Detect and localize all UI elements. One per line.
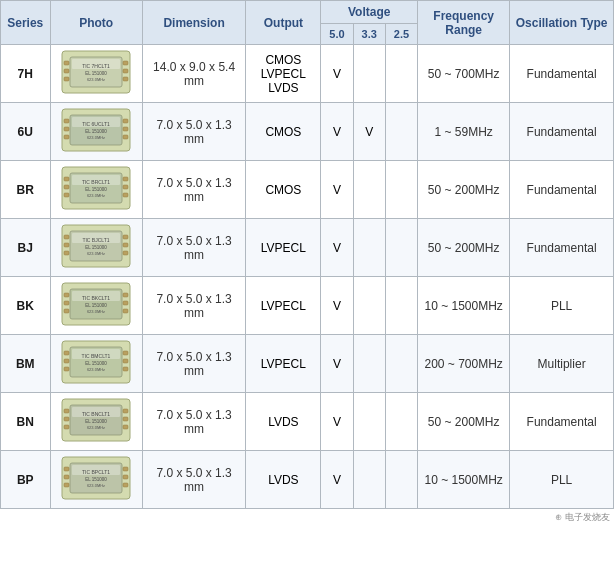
- header-v33: 3.3: [353, 24, 385, 45]
- cell-photo-BM: TIC BMCLT1 EL 151000 623.0MHz: [50, 335, 142, 393]
- cell-osc-BM: Multiplier: [510, 335, 614, 393]
- cell-v33-6U: V: [353, 103, 385, 161]
- cell-v33-BJ: [353, 219, 385, 277]
- svg-rect-95: [123, 483, 128, 487]
- svg-rect-42: [64, 235, 69, 239]
- cell-output-BM: LVPECL: [246, 335, 321, 393]
- cell-freq-BK: 10 ~ 1500MHz: [418, 277, 510, 335]
- cell-output-7H: CMOS LVPECL LVDS: [246, 45, 321, 103]
- cell-photo-BK: TIC BKCLT1 EL 151000 623.0MHz: [50, 277, 142, 335]
- svg-text:EL 151000: EL 151000: [85, 419, 107, 424]
- cell-v5-BN: V: [321, 393, 353, 451]
- svg-rect-66: [64, 351, 69, 355]
- table-row: BM TIC BMCLT1 EL 151000 623.0MHz 7.0 x 5…: [1, 335, 614, 393]
- header-photo: Photo: [50, 1, 142, 45]
- svg-rect-57: [123, 293, 128, 297]
- svg-rect-30: [64, 177, 69, 181]
- cell-v5-BJ: V: [321, 219, 353, 277]
- cell-osc-BR: Fundamental: [510, 161, 614, 219]
- svg-text:TIC 6UCLT1: TIC 6UCLT1: [82, 121, 110, 127]
- cell-dimension-BM: 7.0 x 5.0 x 1.3 mm: [142, 335, 246, 393]
- svg-rect-43: [64, 243, 69, 247]
- cell-v25-BM: [385, 335, 417, 393]
- svg-text:TIC BPCLT1: TIC BPCLT1: [82, 469, 110, 475]
- cell-series-BN: BN: [1, 393, 51, 451]
- cell-v5-BP: V: [321, 451, 353, 509]
- svg-rect-33: [123, 177, 128, 181]
- cell-freq-BN: 50 ~ 200MHz: [418, 393, 510, 451]
- svg-text:TIC BMCLT1: TIC BMCLT1: [82, 353, 111, 359]
- cell-v25-BN: [385, 393, 417, 451]
- svg-rect-70: [123, 359, 128, 363]
- cell-dimension-6U: 7.0 x 5.0 x 1.3 mm: [142, 103, 246, 161]
- header-voltage: Voltage: [321, 1, 418, 24]
- cell-dimension-BN: 7.0 x 5.0 x 1.3 mm: [142, 393, 246, 451]
- watermark: ⊕ 电子发烧友: [0, 509, 614, 526]
- cell-freq-BJ: 50 ~ 200MHz: [418, 219, 510, 277]
- cell-series-7H: 7H: [1, 45, 51, 103]
- svg-rect-94: [123, 475, 128, 479]
- header-v5: 5.0: [321, 24, 353, 45]
- cell-photo-BN: TIC BNCLT1 EL 151000 623.0MHz: [50, 393, 142, 451]
- cell-dimension-BK: 7.0 x 5.0 x 1.3 mm: [142, 277, 246, 335]
- svg-rect-7: [64, 69, 69, 73]
- cell-v5-6U: V: [321, 103, 353, 161]
- svg-text:623.0MHz: 623.0MHz: [87, 251, 105, 256]
- cell-v33-BK: [353, 277, 385, 335]
- cell-osc-BN: Fundamental: [510, 393, 614, 451]
- svg-text:EL 151000: EL 151000: [85, 361, 107, 366]
- svg-rect-55: [64, 301, 69, 305]
- cell-photo-7H: TIC 7HCLT1 EL 151000 623.0MHz: [50, 45, 142, 103]
- cell-dimension-BP: 7.0 x 5.0 x 1.3 mm: [142, 451, 246, 509]
- cell-v33-BP: [353, 451, 385, 509]
- svg-rect-54: [64, 293, 69, 297]
- cell-osc-6U: Fundamental: [510, 103, 614, 161]
- svg-rect-45: [123, 235, 128, 239]
- cell-v25-BP: [385, 451, 417, 509]
- cell-v5-BR: V: [321, 161, 353, 219]
- svg-rect-91: [64, 475, 69, 479]
- svg-rect-68: [64, 367, 69, 371]
- svg-text:EL 151000: EL 151000: [85, 303, 107, 308]
- svg-rect-20: [64, 135, 69, 139]
- cell-freq-BP: 10 ~ 1500MHz: [418, 451, 510, 509]
- svg-rect-47: [123, 251, 128, 255]
- cell-v33-BR: [353, 161, 385, 219]
- cell-v25-7H: [385, 45, 417, 103]
- header-output: Output: [246, 1, 321, 45]
- svg-rect-35: [123, 193, 128, 197]
- svg-rect-21: [123, 119, 128, 123]
- header-oscillation-type: Oscillation Type: [510, 1, 614, 45]
- cell-series-BK: BK: [1, 277, 51, 335]
- table-row: BJ TIC BJCLT1 EL 151000 623.0MHz 7.0 x 5…: [1, 219, 614, 277]
- cell-v33-7H: [353, 45, 385, 103]
- cell-dimension-BR: 7.0 x 5.0 x 1.3 mm: [142, 161, 246, 219]
- svg-rect-82: [123, 417, 128, 421]
- svg-text:TIC BRCLT1: TIC BRCLT1: [82, 179, 110, 185]
- cell-osc-BK: PLL: [510, 277, 614, 335]
- cell-v25-BR: [385, 161, 417, 219]
- svg-text:623.0MHz: 623.0MHz: [87, 193, 105, 198]
- svg-rect-6: [64, 61, 69, 65]
- cell-freq-7H: 50 ~ 700MHz: [418, 45, 510, 103]
- cell-output-BP: LVDS: [246, 451, 321, 509]
- svg-rect-69: [123, 351, 128, 355]
- svg-rect-44: [64, 251, 69, 255]
- header-series: Series: [1, 1, 51, 45]
- svg-text:EL 151000: EL 151000: [85, 129, 107, 134]
- svg-rect-67: [64, 359, 69, 363]
- svg-rect-83: [123, 425, 128, 429]
- cell-v25-BJ: [385, 219, 417, 277]
- cell-dimension-BJ: 7.0 x 5.0 x 1.3 mm: [142, 219, 246, 277]
- header-dimension: Dimension: [142, 1, 246, 45]
- table-row: BR TIC BRCLT1 EL 151000 623.0MHz 7.0 x 5…: [1, 161, 614, 219]
- main-table: Series Photo Dimension Output Voltage Fr…: [0, 0, 614, 509]
- svg-text:623.0MHz: 623.0MHz: [87, 367, 105, 372]
- table-row: BP TIC BPCLT1 EL 151000 623.0MHz 7.0 x 5…: [1, 451, 614, 509]
- svg-rect-46: [123, 243, 128, 247]
- cell-photo-BP: TIC BPCLT1 EL 151000 623.0MHz: [50, 451, 142, 509]
- svg-rect-80: [64, 425, 69, 429]
- header-v25: 2.5: [385, 24, 417, 45]
- cell-output-BN: LVDS: [246, 393, 321, 451]
- svg-text:EL 151000: EL 151000: [85, 477, 107, 482]
